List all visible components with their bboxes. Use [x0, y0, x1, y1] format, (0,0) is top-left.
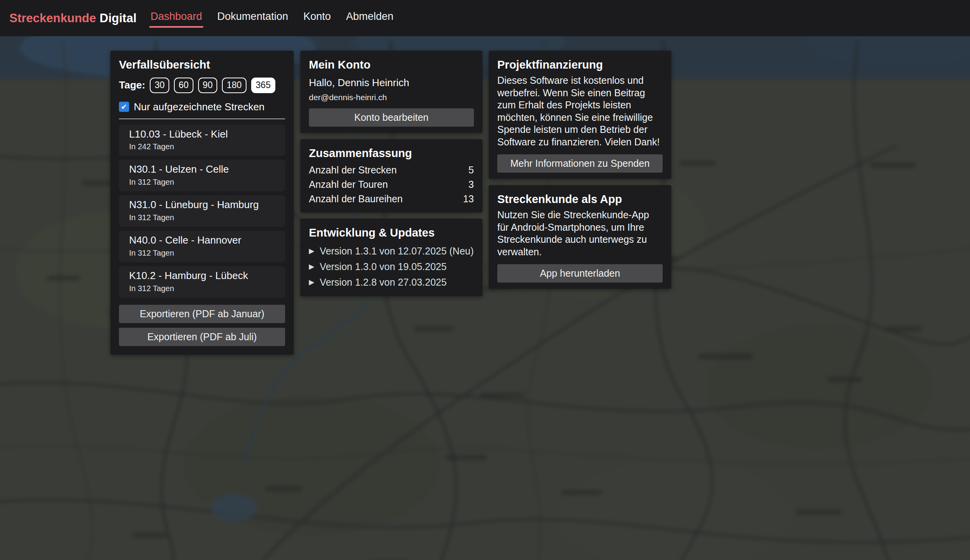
update-entry-label: Version 1.2.8 von 27.03.2025 — [320, 276, 447, 288]
account-greeting: Hallo, Dennis Heinrich — [309, 77, 474, 89]
update-entry[interactable]: ▶ Version 1.3.1 von 12.07.2025 (Neu) — [309, 243, 474, 259]
days-60-button[interactable]: 60 — [174, 78, 193, 93]
summary-value: 3 — [468, 179, 474, 190]
app-promo-text: Nutzen Sie die Streckenkunde-App für And… — [497, 209, 663, 258]
funding-panel: Projektfinanzierung Dieses Software ist … — [489, 51, 671, 179]
expiry-overview-panel: Verfallsübersicht Tage: 30 60 90 180 365… — [110, 51, 294, 355]
summary-value: 5 — [468, 164, 474, 176]
recorded-only-checkbox[interactable]: ✔ Nur aufgezeichnete Strecken — [119, 101, 285, 113]
brand-primary: Streckenkunde — [9, 11, 96, 25]
route-due: In 312 Tagen — [129, 284, 275, 293]
update-entry-label: Version 1.3.1 von 12.07.2025 (Neu) — [320, 245, 474, 257]
brand-secondary: Digital — [99, 11, 137, 25]
route-due: In 242 Tagen — [129, 142, 275, 151]
funding-text: Dieses Software ist kostenlos und werbef… — [497, 74, 663, 148]
route-due: In 312 Tagen — [129, 249, 275, 258]
divider — [119, 118, 285, 119]
days-90-button[interactable]: 90 — [198, 78, 218, 93]
disclosure-triangle-icon: ▶ — [309, 247, 314, 255]
account-panel: Mein Konto Hallo, Dennis Heinrich der@de… — [300, 51, 482, 133]
download-app-button[interactable]: App herunterladen — [497, 264, 663, 283]
panel-title: Verfallsübersicht — [119, 58, 285, 71]
nav-item-konto[interactable]: Konto — [302, 9, 332, 28]
route-list-item[interactable]: N30.1 - Uelzen - Celle In 312 Tagen — [119, 160, 285, 191]
donation-info-button[interactable]: Mehr Informationen zu Spenden — [497, 154, 663, 173]
route-list-item[interactable]: L10.03 - Lübeck - Kiel In 242 Tagen — [119, 125, 285, 156]
route-due: In 312 Tagen — [129, 178, 275, 187]
updates-panel: Entwicklung & Updates ▶ Version 1.3.1 vo… — [300, 219, 482, 296]
edit-account-button[interactable]: Konto bearbeiten — [309, 108, 474, 127]
panel-title: Zusammenfassung — [309, 147, 474, 160]
checkbox-label: Nur aufgezeichnete Strecken — [134, 101, 264, 113]
nav-item-dokumentation[interactable]: Dokumentation — [216, 9, 289, 28]
summary-row: Anzahl der Strecken 5 — [309, 163, 474, 177]
summary-label: Anzahl der Touren — [309, 179, 388, 190]
summary-panel: Zusammenfassung Anzahl der Strecken 5 An… — [300, 139, 482, 212]
summary-row: Anzahl der Touren 3 — [309, 177, 474, 192]
days-30-button[interactable]: 30 — [150, 78, 169, 93]
panel-title: Entwicklung & Updates — [309, 226, 474, 239]
days-label: Tage: — [119, 79, 145, 91]
summary-label: Anzahl der Strecken — [309, 164, 397, 176]
disclosure-triangle-icon: ▶ — [309, 278, 314, 286]
app-logo: StreckenkundeDigital — [9, 11, 137, 25]
route-list: L10.03 - Lübeck - Kiel In 242 Tagen N30.… — [119, 125, 285, 298]
route-name: N40.0 - Celle - Hannover — [129, 235, 275, 246]
update-entry[interactable]: ▶ Version 1.3.0 von 19.05.2025 — [309, 259, 474, 274]
top-nav: StreckenkundeDigital Dashboard Dokumenta… — [0, 0, 970, 36]
update-entry-label: Version 1.3.0 von 19.05.2025 — [320, 260, 447, 273]
days-filter-row: Tage: 30 60 90 180 365 — [119, 78, 285, 93]
route-name: N31.0 - Lüneburg - Hamburg — [129, 199, 275, 211]
summary-row: Anzahl der Baureihen 13 — [309, 192, 474, 206]
route-due: In 312 Tagen — [129, 213, 275, 222]
route-list-item[interactable]: N31.0 - Lüneburg - Hamburg In 312 Tagen — [119, 195, 285, 227]
route-name: L10.03 - Lübeck - Kiel — [129, 129, 275, 140]
nav-item-dashboard[interactable]: Dashboard — [149, 9, 203, 28]
panel-title: Mein Konto — [309, 58, 474, 71]
days-180-button[interactable]: 180 — [222, 78, 246, 93]
update-entry[interactable]: ▶ Version 1.2.8 von 27.03.2025 — [309, 274, 474, 290]
export-pdf-january-button[interactable]: Exportieren (PDF ab Januar) — [119, 305, 285, 323]
panel-title: Streckenkunde als App — [497, 193, 663, 206]
route-name: K10.2 - Hamburg - Lübeck — [129, 270, 275, 282]
route-list-item[interactable]: K10.2 - Hamburg - Lübeck In 312 Tagen — [119, 266, 285, 298]
route-name: N30.1 - Uelzen - Celle — [129, 164, 275, 175]
route-list-item[interactable]: N40.0 - Celle - Hannover In 312 Tagen — [119, 231, 285, 262]
export-pdf-july-button[interactable]: Exportieren (PDF ab Juli) — [119, 328, 285, 346]
disclosure-triangle-icon: ▶ — [309, 262, 314, 271]
panel-title: Projektfinanzierung — [497, 58, 663, 71]
checkbox-checked-icon[interactable]: ✔ — [119, 102, 129, 112]
summary-value: 13 — [463, 193, 474, 205]
nav-item-abmelden[interactable]: Abmelden — [345, 9, 395, 28]
days-365-button[interactable]: 365 — [251, 78, 275, 93]
account-email: der@dennis-heinri.ch — [309, 93, 474, 102]
summary-label: Anzahl der Baureihen — [309, 193, 403, 205]
app-promo-panel: Streckenkunde als App Nutzen Sie die Str… — [489, 185, 671, 289]
